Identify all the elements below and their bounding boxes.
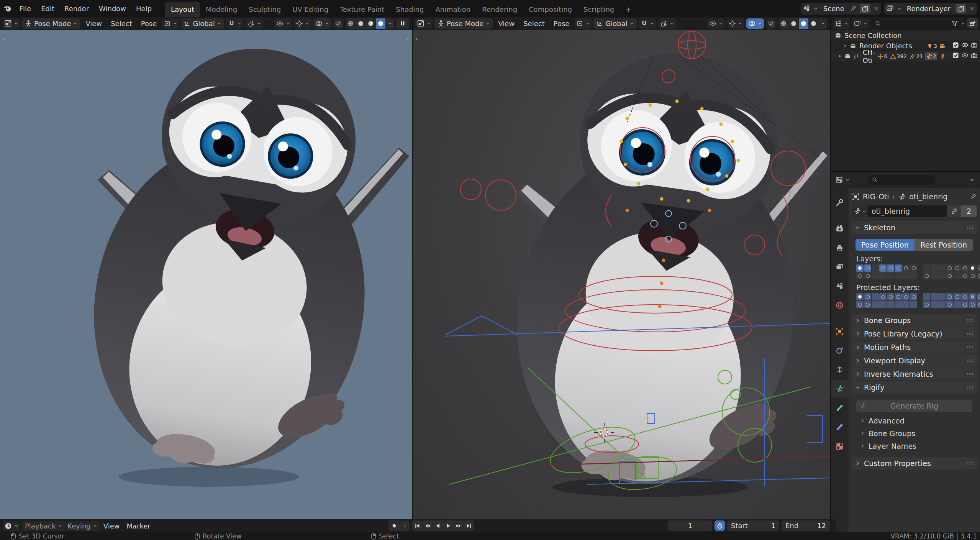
layer-toggle[interactable] bbox=[931, 293, 938, 300]
properties-tab-data[interactable] bbox=[831, 380, 849, 397]
new-collection-icon[interactable] bbox=[967, 18, 978, 28]
layer-toggle[interactable] bbox=[938, 264, 946, 272]
proportional-edit-button[interactable] bbox=[246, 18, 263, 29]
properties-tab-render[interactable] bbox=[831, 220, 849, 237]
panel-inverse-kinematics-header[interactable]: Inverse Kinematics bbox=[852, 368, 977, 380]
datablock-type-button[interactable] bbox=[852, 205, 868, 217]
menu-render[interactable]: Render bbox=[59, 3, 94, 15]
menu-help[interactable]: Help bbox=[131, 3, 157, 15]
layer-toggle[interactable] bbox=[856, 301, 864, 308]
hide-viewport-toggle[interactable] bbox=[961, 52, 969, 61]
properties-tab-texture[interactable] bbox=[831, 437, 849, 455]
outliner-row-render-objects[interactable]: Render Objects3 bbox=[831, 41, 980, 51]
properties-tab-view-layer[interactable] bbox=[831, 258, 849, 276]
layer-toggle[interactable] bbox=[954, 301, 961, 308]
layer-toggle[interactable] bbox=[902, 264, 910, 272]
next-keyframe-button[interactable] bbox=[454, 520, 464, 531]
close-icon[interactable] bbox=[873, 5, 880, 12]
layer-toggle[interactable] bbox=[879, 272, 887, 279]
shading-rendered-button[interactable] bbox=[376, 18, 386, 29]
current-frame-field[interactable]: 1 bbox=[668, 520, 712, 531]
workspace-tab-animation[interactable]: Animation bbox=[429, 2, 476, 17]
properties-tab-scene[interactable] bbox=[831, 277, 849, 295]
timeline-menu-keying[interactable]: Keying bbox=[65, 521, 100, 531]
xray-toggle[interactable] bbox=[766, 18, 777, 29]
layer-toggle[interactable] bbox=[864, 272, 871, 279]
panel-bone-groups-header[interactable]: Bone Groups bbox=[852, 314, 977, 327]
transform-pivot-button[interactable] bbox=[162, 18, 179, 29]
rigify-subsection-advanced[interactable]: Advanced bbox=[859, 414, 976, 427]
workspace-tab-shading[interactable]: Shading bbox=[390, 2, 429, 17]
view-layer-name[interactable]: RenderLayer bbox=[905, 5, 953, 13]
expand-icon[interactable] bbox=[837, 54, 842, 59]
layer-toggle[interactable] bbox=[931, 301, 938, 308]
properties-search-input[interactable] bbox=[868, 175, 936, 185]
mode-selector[interactable]: Pose Mode bbox=[434, 18, 493, 29]
menu-pose[interactable]: Pose bbox=[138, 20, 161, 28]
layer-toggle[interactable] bbox=[895, 301, 902, 308]
editor-type-3d-viewport-button[interactable] bbox=[3, 18, 20, 29]
shading-wireframe-button[interactable] bbox=[346, 18, 356, 29]
pause-render-button[interactable] bbox=[396, 18, 409, 29]
properties-tab-bone-constraint[interactable] bbox=[831, 418, 849, 436]
rigify-subsection-bone-groups[interactable]: Bone Groups bbox=[859, 427, 976, 440]
shading-options-button[interactable] bbox=[819, 18, 827, 29]
layer-toggle[interactable] bbox=[946, 301, 953, 308]
overlays-button[interactable] bbox=[313, 18, 331, 29]
scene-name[interactable]: Scene bbox=[821, 5, 847, 13]
layer-toggle[interactable] bbox=[856, 272, 864, 279]
pin-icon[interactable] bbox=[849, 5, 857, 12]
properties-tab-constraint[interactable] bbox=[831, 361, 849, 378]
layer-toggle[interactable] bbox=[961, 272, 969, 279]
layer-toggle[interactable] bbox=[946, 293, 953, 300]
transform-pivot-button[interactable] bbox=[575, 18, 592, 29]
grip-icon[interactable] bbox=[967, 330, 973, 337]
shading-rendered-button[interactable] bbox=[809, 18, 819, 29]
shading-wireframe-button[interactable] bbox=[779, 18, 789, 29]
layer-toggle[interactable] bbox=[931, 272, 938, 279]
properties-tab-bone[interactable] bbox=[831, 399, 849, 417]
layer-toggle[interactable] bbox=[946, 272, 953, 279]
workspace-tab-uv-editing[interactable]: UV Editing bbox=[287, 2, 334, 17]
grip-icon[interactable] bbox=[967, 371, 973, 378]
toolbar-expand-icon[interactable]: › bbox=[2, 35, 5, 43]
layer-toggle[interactable] bbox=[977, 264, 980, 272]
outliner-display-mode-button[interactable] bbox=[852, 18, 869, 29]
timeline-menu-view[interactable]: View bbox=[100, 522, 123, 530]
viewport-right-canvas[interactable]: › bbox=[413, 30, 830, 519]
editor-type-timeline-button[interactable] bbox=[3, 521, 20, 531]
layer-toggle[interactable] bbox=[910, 272, 917, 279]
viewport-left-canvas[interactable]: › ‹ bbox=[0, 30, 412, 519]
disable-render-toggle[interactable] bbox=[970, 52, 978, 61]
properties-options-button[interactable] bbox=[967, 175, 977, 185]
gizmos-button[interactable] bbox=[294, 18, 311, 29]
rest-position-button[interactable]: Rest Position bbox=[914, 239, 973, 251]
stopwatch-icon[interactable] bbox=[715, 520, 725, 531]
grip-icon[interactable] bbox=[967, 384, 973, 391]
snap-button[interactable] bbox=[226, 18, 244, 29]
start-frame-field[interactable]: Start 1 bbox=[727, 520, 779, 531]
grip-icon[interactable] bbox=[967, 224, 973, 231]
shading-solid-button[interactable] bbox=[356, 18, 366, 29]
pose-position-button[interactable]: Pose Position bbox=[855, 239, 914, 251]
datablock-users-count[interactable]: 2 bbox=[961, 205, 977, 217]
layer-toggle[interactable] bbox=[946, 264, 953, 272]
xray-toggle[interactable] bbox=[333, 18, 344, 29]
layer-toggle[interactable] bbox=[879, 301, 887, 308]
transform-orientation-button[interactable]: Global bbox=[593, 18, 636, 29]
layer-toggle[interactable] bbox=[887, 264, 894, 272]
shading-options-button[interactable] bbox=[386, 18, 394, 29]
layer-toggle[interactable] bbox=[887, 272, 894, 279]
properties-tab-output[interactable] bbox=[831, 239, 849, 256]
layer-toggle[interactable] bbox=[872, 293, 879, 300]
layer-toggle[interactable] bbox=[923, 301, 930, 308]
close-icon[interactable] bbox=[969, 5, 975, 12]
editor-type-3d-viewport-button[interactable] bbox=[415, 18, 433, 29]
shading-material-preview-button[interactable] bbox=[799, 18, 809, 29]
outliner-row-scene-collection[interactable]: Scene Collection bbox=[831, 30, 980, 41]
grip-icon[interactable] bbox=[967, 460, 973, 467]
layer-toggle[interactable] bbox=[954, 272, 961, 279]
layer-toggle[interactable] bbox=[864, 301, 871, 308]
panel-pose-library-legacy--header[interactable]: Pose Library (Legacy) bbox=[852, 327, 977, 340]
timeline-menu-marker[interactable]: Marker bbox=[123, 522, 154, 530]
